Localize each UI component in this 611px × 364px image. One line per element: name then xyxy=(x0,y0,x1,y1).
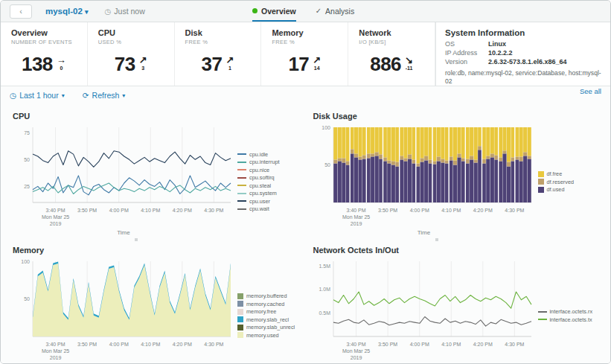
summary-card-network[interactable]: NetworkI/O [KB/s]886↘-11 xyxy=(348,22,435,86)
legend-item[interactable]: cpu.system xyxy=(237,190,295,197)
see-all-link[interactable]: See all xyxy=(445,87,601,95)
legend-swatch-icon xyxy=(237,309,243,315)
summary-cards: OverviewNUMBER OF EVENTS138→0CPUUSED %73… xyxy=(1,22,435,86)
chart-plot[interactable]: 0.5M1.0M1.5M3:40 PMMon Mar 2520193:50 PM… xyxy=(313,256,535,364)
chart-plot[interactable]: 501003:40 PMMon Mar 2520193:50 PM4:00 PM… xyxy=(13,256,234,364)
summary-card-memory[interactable]: MemoryFREE %17↗14 xyxy=(261,22,348,86)
legend-item[interactable]: cpu.steal xyxy=(237,182,295,189)
cpu-chart-panel: CPU2550753:40 PMMon Mar 2520193:50 PM4:0… xyxy=(8,107,303,241)
legend-label: interface.octets.rx xyxy=(550,308,593,315)
svg-text:2019: 2019 xyxy=(50,355,62,360)
tab-label: Analysis xyxy=(325,7,354,16)
legend-item[interactable]: interface.octets.rx xyxy=(538,308,596,315)
card-delta: 3 xyxy=(141,66,144,71)
svg-text:4:00 PM: 4:00 PM xyxy=(409,208,429,213)
summary-card-overview[interactable]: OverviewNUMBER OF EVENTS138→0 xyxy=(1,22,88,86)
chart-body: 0.5M1.0M1.5M3:40 PMMon Mar 2520193:50 PM… xyxy=(313,256,604,364)
svg-text:50: 50 xyxy=(24,296,30,301)
card-subtitle: I/O [KB/s] xyxy=(359,39,424,45)
legend-swatch-icon xyxy=(237,162,246,163)
svg-text:Mon Mar 25: Mon Mar 25 xyxy=(42,214,69,220)
top-bar: ‹ mysql-02 ▾ ◷ Just now Overview✓Analysi… xyxy=(1,1,610,22)
legend-label: df.used xyxy=(547,186,565,193)
legend-item[interactable]: cpu.user xyxy=(237,198,295,205)
card-delta: 1 xyxy=(228,66,231,71)
network-octets-chart-panel: Network Octets In/Out0.5M1.0M1.5M3:40 PM… xyxy=(309,241,604,364)
svg-text:2019: 2019 xyxy=(50,221,62,226)
trend-arrow-icon: ↗ xyxy=(139,55,147,65)
chart-legend: memory.bufferedmemory.cachedmemory.freem… xyxy=(237,293,295,339)
legend-swatch-icon xyxy=(538,179,544,185)
svg-text:3:40 PM: 3:40 PM xyxy=(346,342,365,347)
trend-arrow-icon: ↗ xyxy=(313,55,321,65)
legend-swatch-icon xyxy=(237,332,243,338)
system-info-row: IP Address10.2.2.2 xyxy=(445,49,601,57)
legend-item[interactable]: cpu.wait xyxy=(237,205,295,212)
svg-text:100: 100 xyxy=(21,259,30,264)
svg-text:3:50 PM: 3:50 PM xyxy=(378,342,397,347)
legend-item[interactable]: memory.cached xyxy=(237,301,295,307)
chart-title: Memory xyxy=(13,246,303,255)
refresh-label: Refresh xyxy=(92,91,120,100)
system-information-panel: System Information OSLinuxIP Address10.2… xyxy=(435,22,610,86)
refresh-dropdown[interactable]: ⟳ Refresh ▾ xyxy=(83,91,126,100)
legend-item[interactable]: df.used xyxy=(538,186,596,193)
legend-item[interactable]: memory.buffered xyxy=(237,293,295,299)
legend-item[interactable]: df.free xyxy=(538,170,596,177)
legend-swatch-icon xyxy=(237,301,243,307)
legend-item[interactable]: memory.slab_unrecl xyxy=(237,324,295,331)
back-button[interactable]: ‹ xyxy=(10,4,32,19)
legend-label: cpu.interrupt xyxy=(249,159,280,165)
host-tags: role:db, name:mysql-02, service:Database… xyxy=(445,69,601,86)
summary-card-disk[interactable]: DiskFREE %37↗1 xyxy=(175,22,262,86)
legend-label: cpu.softirq xyxy=(249,174,275,181)
chevron-down-icon: ▾ xyxy=(85,8,89,16)
tab-label: Overview xyxy=(261,7,296,16)
svg-text:4:30 PM: 4:30 PM xyxy=(505,208,524,213)
legend-swatch-icon xyxy=(237,316,243,322)
chart-plot[interactable]: 501003:40 PMMon Mar 2520193:50 PM4:00 PM… xyxy=(313,122,535,241)
svg-text:Mon Mar 25: Mon Mar 25 xyxy=(42,348,69,354)
card-title: Network xyxy=(359,28,424,37)
svg-text:4:10 PM: 4:10 PM xyxy=(141,342,160,347)
tab-overview[interactable]: Overview xyxy=(252,1,296,22)
chart-canvas[interactable]: 2550753:40 PMMon Mar 2520193:50 PM4:00 P… xyxy=(13,122,234,234)
svg-text:2019: 2019 xyxy=(350,221,362,226)
legend-item[interactable]: cpu.softirq xyxy=(237,174,295,181)
card-delta: 0 xyxy=(60,66,63,71)
legend-item[interactable]: cpu.nice xyxy=(237,167,295,173)
system-information-title: System Information xyxy=(445,28,601,37)
legend-label: cpu.system xyxy=(249,190,277,197)
legend-item[interactable]: memory.slab_recl xyxy=(237,316,295,323)
legend-item[interactable]: cpu.idle xyxy=(237,151,295,158)
chart-body: 501003:40 PMMon Mar 2520193:50 PM4:00 PM… xyxy=(313,122,604,241)
chart-canvas[interactable]: 501003:40 PMMon Mar 2520193:50 PM4:00 PM… xyxy=(313,122,535,234)
legend-label: memory.used xyxy=(246,332,279,339)
chart-canvas[interactable]: 0.5M1.0M1.5M3:40 PMMon Mar 2520193:50 PM… xyxy=(313,256,535,364)
tab-analysis[interactable]: ✓Analysis xyxy=(316,1,355,22)
card-subtitle: FREE % xyxy=(185,39,251,45)
legend-item[interactable]: cpu.interrupt xyxy=(237,159,295,165)
x-axis-label: Time xyxy=(418,229,430,236)
legend-item[interactable]: memory.used xyxy=(237,332,295,339)
card-delta: 14 xyxy=(314,66,320,71)
chart-legend: df.freedf.reserveddf.used xyxy=(538,170,596,193)
trend-arrow-icon: → xyxy=(57,55,66,65)
sysinfo-value: 2.6.32-573.8.1.el6.x86_64 xyxy=(488,58,567,66)
chart-title: Disk Usage xyxy=(313,112,604,121)
legend-item[interactable]: df.reserved xyxy=(538,179,596,185)
chart-canvas[interactable]: 501003:40 PMMon Mar 2520193:50 PM4:00 PM… xyxy=(13,256,234,364)
chart-plot[interactable]: 2550753:40 PMMon Mar 2520193:50 PM4:00 P… xyxy=(13,122,234,241)
legend-label: df.reserved xyxy=(547,179,575,185)
svg-text:0.5M: 0.5M xyxy=(319,310,330,316)
svg-text:3:50 PM: 3:50 PM xyxy=(378,208,397,213)
legend-swatch-icon xyxy=(538,187,544,193)
legend-item[interactable]: interface.octets.tx xyxy=(538,316,596,323)
legend-item[interactable]: memory.free xyxy=(237,308,295,315)
svg-text:Mon Mar 25: Mon Mar 25 xyxy=(342,214,369,220)
sysinfo-label: Version xyxy=(445,58,488,66)
host-selector[interactable]: mysql-02 ▾ xyxy=(45,7,89,16)
card-trend: ↘-11 xyxy=(405,55,413,71)
time-range-dropdown[interactable]: ◷ Last 1 hour ▾ xyxy=(10,91,65,100)
summary-card-cpu[interactable]: CPUUSED %73↗3 xyxy=(88,22,175,86)
